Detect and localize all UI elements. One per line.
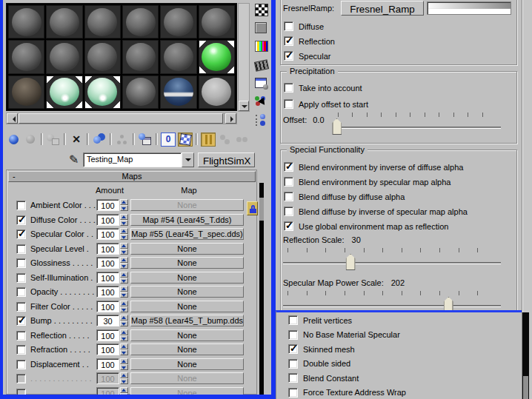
spinner-down-icon[interactable] bbox=[120, 263, 128, 269]
map-amount-field[interactable]: 100 bbox=[96, 243, 119, 255]
checkbox-force-texture-address-wrap[interactable] bbox=[288, 388, 298, 398]
map-enable-checkbox[interactable] bbox=[16, 389, 26, 395]
spinner-up-icon[interactable] bbox=[120, 387, 128, 393]
map-slot-button[interactable]: Map #55 (Lear45_T_spec.dds) bbox=[130, 228, 244, 240]
tool-button-backlight[interactable] bbox=[253, 21, 268, 35]
toolbar-button-put-to-library[interactable] bbox=[138, 133, 153, 147]
map-amount-field[interactable]: 100 bbox=[96, 358, 119, 370]
map-slot-button[interactable]: None bbox=[130, 329, 244, 341]
tool-button-material-map-navigator[interactable] bbox=[253, 113, 268, 127]
amount-spinner[interactable] bbox=[120, 301, 128, 312]
spinner-down-icon[interactable] bbox=[120, 292, 128, 298]
spinner-down-icon[interactable] bbox=[120, 349, 128, 355]
material-sample-slot[interactable] bbox=[46, 5, 82, 38]
spinner-down-icon[interactable] bbox=[120, 378, 128, 384]
map-amount-field[interactable]: 100 bbox=[96, 228, 119, 240]
map-amount-field[interactable]: 100 bbox=[96, 286, 119, 298]
amount-spinner[interactable] bbox=[120, 228, 128, 240]
material-sample-slot[interactable] bbox=[84, 40, 121, 73]
checkbox-specular[interactable] bbox=[284, 51, 293, 61]
toolbar-button-reset-map[interactable] bbox=[69, 133, 84, 147]
scroll-left-button[interactable] bbox=[7, 113, 18, 124]
palette-vertical-scrollbar[interactable] bbox=[238, 3, 250, 112]
material-sample-slot[interactable] bbox=[8, 40, 44, 73]
checkbox-apply-offset-to-start[interactable] bbox=[284, 99, 293, 109]
toolbar-button-put-to-scene[interactable] bbox=[23, 133, 38, 147]
spinner-up-icon[interactable] bbox=[120, 199, 128, 205]
spinner-up-icon[interactable] bbox=[120, 214, 128, 220]
amount-spinner[interactable] bbox=[120, 387, 128, 395]
map-enable-checkbox[interactable] bbox=[16, 374, 26, 383]
map-enable-checkbox[interactable] bbox=[16, 244, 26, 254]
map-slot-button[interactable]: None bbox=[130, 301, 244, 312]
map-enable-checkbox[interactable] bbox=[16, 287, 26, 297]
checkbox-blend-constant[interactable] bbox=[288, 373, 298, 383]
material-sample-slot[interactable] bbox=[84, 76, 121, 109]
spinner-up-icon[interactable] bbox=[120, 372, 128, 378]
scrollbar-thumb[interactable] bbox=[19, 113, 223, 124]
spinner-up-icon[interactable] bbox=[120, 286, 128, 292]
material-sample-slot[interactable] bbox=[199, 40, 235, 73]
spinner-down-icon[interactable] bbox=[120, 306, 128, 312]
material-sample-slot[interactable] bbox=[199, 76, 235, 109]
map-enable-checkbox[interactable] bbox=[16, 302, 26, 312]
map-enable-checkbox[interactable] bbox=[16, 215, 26, 225]
amount-spinner[interactable] bbox=[120, 343, 128, 355]
toolbar-button-make-copy[interactable] bbox=[92, 133, 107, 147]
checkbox-reflection[interactable] bbox=[284, 36, 293, 46]
amount-spinner[interactable] bbox=[120, 272, 128, 284]
toolbar-button-show-map-in-viewport[interactable] bbox=[178, 133, 193, 147]
toolbar-button-go-to-parent[interactable] bbox=[218, 133, 233, 147]
amount-spinner[interactable] bbox=[120, 243, 128, 255]
map-slot-button[interactable]: None bbox=[130, 199, 244, 211]
checkbox-blend-environment-by-specular-map-alpha[interactable] bbox=[284, 177, 293, 187]
maps-rollout-header[interactable]: - Maps bbox=[8, 171, 256, 182]
spinner-down-icon[interactable] bbox=[120, 249, 128, 255]
palette-horizontal-scrollbar[interactable] bbox=[6, 113, 237, 124]
shader-type-button[interactable]: FlightSimX bbox=[198, 152, 255, 167]
tool-button-color-check[interactable] bbox=[253, 39, 268, 53]
spinner-up-icon[interactable] bbox=[120, 315, 128, 321]
tool-button-select-by-material[interactable] bbox=[253, 95, 268, 109]
spinner-down-icon[interactable] bbox=[120, 321, 128, 326]
amount-spinner[interactable] bbox=[120, 286, 128, 298]
map-amount-field[interactable]: 100 bbox=[96, 372, 119, 384]
map-amount-field[interactable]: 100 bbox=[96, 257, 119, 269]
checkbox-skinned-mesh[interactable] bbox=[288, 344, 298, 354]
amount-spinner[interactable] bbox=[120, 358, 128, 370]
toolbar-button-get-material[interactable] bbox=[6, 133, 21, 147]
map-enable-checkbox[interactable] bbox=[16, 360, 26, 369]
material-sample-slot[interactable] bbox=[8, 76, 44, 109]
map-amount-field[interactable]: 100 bbox=[96, 387, 119, 395]
spinner-down-icon[interactable] bbox=[120, 393, 128, 395]
checkbox-diffuse[interactable] bbox=[284, 21, 293, 31]
map-enable-checkbox[interactable] bbox=[16, 229, 26, 239]
material-sample-slot[interactable] bbox=[160, 5, 196, 38]
material-sample-slot[interactable] bbox=[84, 5, 121, 38]
scrollbar-thumb[interactable] bbox=[259, 198, 264, 221]
map-enable-checkbox[interactable] bbox=[16, 331, 26, 341]
fresnel-ramp-button[interactable]: Fresnel_Ramp bbox=[341, 1, 424, 16]
material-sample-slot[interactable] bbox=[160, 76, 196, 109]
amount-spinner[interactable] bbox=[120, 372, 128, 384]
material-sample-slot[interactable] bbox=[46, 76, 82, 109]
toolbar-button-make-unique[interactable] bbox=[115, 133, 130, 147]
map-slot-button[interactable]: None bbox=[130, 286, 244, 298]
amount-spinner[interactable] bbox=[120, 214, 128, 226]
checkbox-blend-diffuse-by-inverse-of-specular-map-alpha[interactable] bbox=[284, 207, 293, 216]
map-slot-button[interactable]: None bbox=[130, 387, 244, 395]
amount-spinner[interactable] bbox=[120, 199, 128, 211]
material-sample-slot[interactable] bbox=[199, 5, 235, 38]
checkbox-use-global-environment-map-as-reflection[interactable] bbox=[284, 221, 293, 231]
toolbar-button-assign-to-selection[interactable] bbox=[46, 133, 61, 147]
lock-ambient-diffuse-button[interactable] bbox=[247, 201, 258, 215]
material-name-dropdown[interactable]: Testing_Map bbox=[83, 152, 194, 167]
tool-button-sample-background[interactable] bbox=[253, 2, 268, 16]
material-name-value[interactable]: Testing_Map bbox=[83, 152, 182, 167]
map-slot-button[interactable]: Map #58 (Lear45_T_bump.dds) bbox=[130, 315, 244, 326]
map-amount-field[interactable]: 100 bbox=[96, 301, 119, 312]
reflection-scale-slider[interactable] bbox=[283, 248, 501, 272]
scroll-down-button[interactable] bbox=[239, 101, 249, 111]
checkbox-no-base-material-specular[interactable] bbox=[288, 330, 298, 340]
spinner-down-icon[interactable] bbox=[120, 205, 128, 211]
